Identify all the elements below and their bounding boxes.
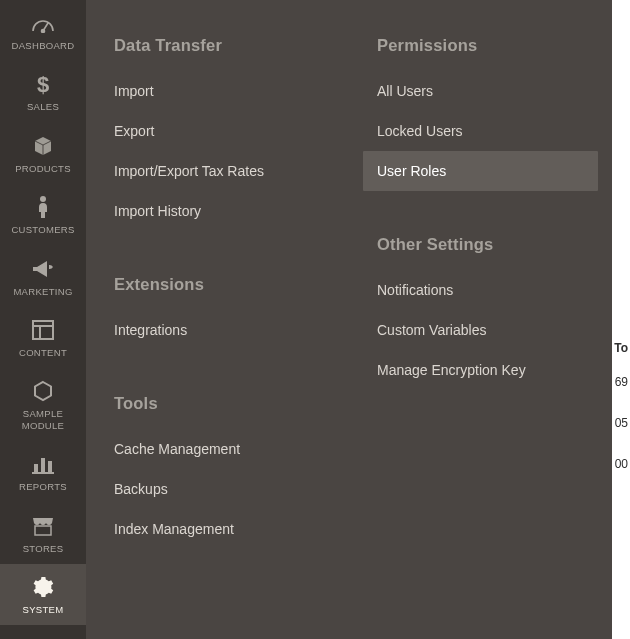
flyout-column-left: Data Transfer Import Export Import/Expor…	[86, 28, 349, 639]
flyout-column-right: Permissions All Users Locked Users User …	[349, 28, 612, 639]
menu-item-all-users[interactable]: All Users	[363, 71, 598, 111]
peek-text: 05	[615, 416, 628, 430]
sidebar-item-label: MARKETING	[13, 286, 72, 297]
storefront-icon	[31, 513, 55, 539]
sidebar-item-customers[interactable]: CUSTOMERS	[0, 184, 86, 245]
menu-item-integrations[interactable]: Integrations	[100, 310, 335, 350]
sidebar-item-dashboard[interactable]: DASHBOARD	[0, 0, 86, 61]
menu-item-index-management[interactable]: Index Management	[100, 509, 335, 549]
dollar-icon: $	[34, 71, 52, 97]
menu-item-user-roles[interactable]: User Roles	[363, 151, 598, 191]
sidebar-item-sample-module[interactable]: SAMPLE MODULE	[0, 368, 86, 441]
bars-icon	[32, 451, 54, 477]
sidebar-item-sales[interactable]: $ SALES	[0, 61, 86, 122]
svg-rect-7	[34, 464, 38, 472]
section-title-data-transfer: Data Transfer	[100, 28, 335, 71]
gear-icon	[32, 574, 54, 600]
menu-item-backups[interactable]: Backups	[100, 469, 335, 509]
svg-point-0	[42, 30, 45, 33]
peek-text: 00	[615, 457, 628, 471]
section-title-other-settings: Other Settings	[363, 227, 598, 270]
sidebar-item-label: STORES	[23, 543, 64, 554]
sidebar-item-label: SAMPLE MODULE	[2, 408, 84, 431]
svg-text:$: $	[37, 72, 49, 96]
background-page-peek: To 69 05 00	[612, 0, 630, 639]
sidebar-item-label: PRODUCTS	[15, 163, 71, 174]
peek-text: To	[614, 341, 628, 355]
menu-item-manage-encryption-key[interactable]: Manage Encryption Key	[363, 350, 598, 390]
cube-icon	[32, 133, 54, 159]
sidebar-item-label: REPORTS	[19, 481, 67, 492]
section-title-permissions: Permissions	[363, 28, 598, 71]
sidebar-item-products[interactable]: PRODUCTS	[0, 123, 86, 184]
svg-point-2	[40, 196, 46, 202]
menu-item-import[interactable]: Import	[100, 71, 335, 111]
gauge-icon	[31, 10, 55, 36]
menu-item-import-history[interactable]: Import History	[100, 191, 335, 231]
sidebar-item-label: DASHBOARD	[12, 40, 75, 51]
sidebar-item-label: CUSTOMERS	[11, 224, 74, 235]
sidebar-item-label: SYSTEM	[23, 604, 64, 615]
megaphone-icon	[31, 256, 55, 282]
system-flyout-menu: Data Transfer Import Export Import/Expor…	[86, 0, 612, 639]
menu-item-export[interactable]: Export	[100, 111, 335, 151]
menu-item-cache-management[interactable]: Cache Management	[100, 429, 335, 469]
sidebar-item-reports[interactable]: REPORTS	[0, 441, 86, 502]
svg-rect-9	[48, 461, 52, 472]
svg-marker-6	[35, 382, 51, 400]
menu-item-import-export-tax-rates[interactable]: Import/Export Tax Rates	[100, 151, 335, 191]
person-icon	[36, 194, 50, 220]
sidebar-item-label: SALES	[27, 101, 59, 112]
hexagon-icon	[32, 378, 54, 404]
sidebar-item-marketing[interactable]: MARKETING	[0, 246, 86, 307]
menu-item-notifications[interactable]: Notifications	[363, 270, 598, 310]
peek-text: 69	[615, 375, 628, 389]
svg-rect-11	[35, 526, 51, 535]
svg-rect-3	[33, 321, 53, 339]
menu-item-custom-variables[interactable]: Custom Variables	[363, 310, 598, 350]
section-title-extensions: Extensions	[100, 267, 335, 310]
sidebar-item-stores[interactable]: STORES	[0, 503, 86, 564]
sidebar-item-label: CONTENT	[19, 347, 67, 358]
admin-sidebar: DASHBOARD $ SALES PRODUCTS CUSTOMERS MAR…	[0, 0, 86, 639]
svg-rect-8	[41, 458, 45, 472]
sidebar-item-system[interactable]: SYSTEM	[0, 564, 86, 625]
sidebar-item-content[interactable]: CONTENT	[0, 307, 86, 368]
section-title-tools: Tools	[100, 386, 335, 429]
menu-item-locked-users[interactable]: Locked Users	[363, 111, 598, 151]
layout-icon	[32, 317, 54, 343]
svg-rect-10	[32, 472, 54, 474]
